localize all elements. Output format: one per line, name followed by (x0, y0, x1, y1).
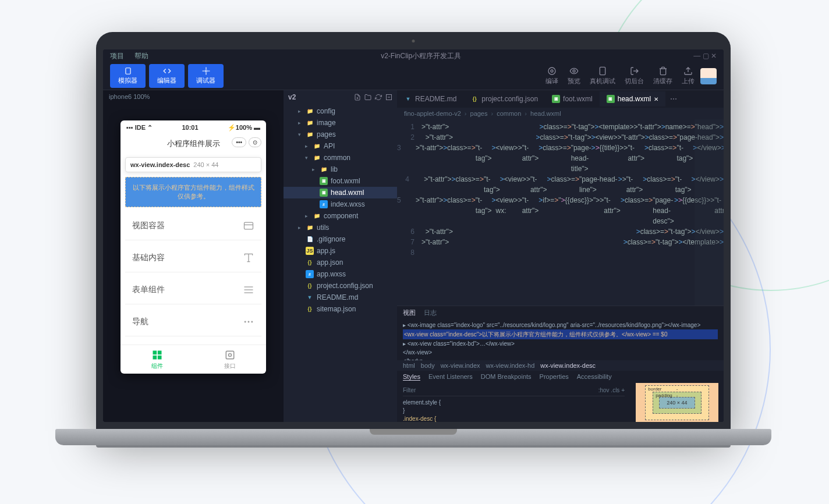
simulator-panel: iphone6 100% ▪▪▪ IDE ⌃ 10:01 ⚡100% ▬ 小程序… (103, 90, 284, 422)
action-预览[interactable]: 预览 (568, 66, 580, 86)
status-battery: ⚡100% ▬ (228, 124, 260, 132)
action-上传[interactable]: 上传 (682, 66, 695, 86)
card-item-1[interactable]: 基础内容 (125, 244, 261, 272)
devtools-tab-Styles[interactable]: Styles (403, 373, 420, 381)
code-area[interactable]: 1>"t-attr">>class>=>"t-tag">><template> … (397, 119, 724, 306)
tree-node-sitemap.json[interactable]: {}sitemap.json (284, 303, 397, 315)
tree-node-common[interactable]: ▾📁common (284, 152, 397, 164)
tree-node-utils[interactable]: ▸📁utils (284, 222, 397, 233)
action-清缓存[interactable]: 清缓存 (653, 66, 672, 86)
tree-node-lib[interactable]: ▸📁lib (284, 164, 397, 175)
editor-tab-head.wxml[interactable]: ▣head.wxml✕ (600, 91, 665, 107)
status-time: 10:01 (182, 124, 198, 132)
tree-node-app.json[interactable]: {}app.json (284, 257, 397, 268)
svg-rect-5 (600, 67, 605, 74)
tree-node-app.js[interactable]: JSapp.js (284, 245, 397, 257)
mode-button-2[interactable]: 调试器 (188, 64, 224, 88)
styles-filter-input[interactable]: Filter (403, 386, 416, 395)
elements-tree[interactable]: ▸ <wx-image class="index-logo" src="../r… (397, 320, 724, 360)
file-explorer: v2 ▸📁config▸📁image▾📁pages▸📁API▾📁common▸📁… (284, 90, 397, 422)
svg-rect-7 (245, 222, 253, 229)
window-title: v2-FinClip小程序开发工具 (381, 51, 461, 61)
menu-project[interactable]: 项目 (110, 51, 124, 61)
styles-filter-actions[interactable]: :hov .cls + (598, 386, 625, 395)
tab-api[interactable]: 接口 (193, 345, 266, 374)
refresh-icon[interactable] (375, 94, 382, 101)
devtools-panel: 视图日志 ▸ <wx-image class="index-logo" src=… (397, 306, 724, 422)
capsule-close-icon[interactable]: ⊙ (249, 137, 261, 147)
path-segment[interactable]: wx-view.index (441, 362, 480, 369)
card-item-2[interactable]: 表单组件 (125, 276, 261, 304)
styles-pane[interactable]: Filter :hov .cls + element.style {}.inde… (397, 383, 630, 422)
box-model: margin 10 border - padding - 240 × 4 (630, 383, 724, 422)
menu-bar: 项目 帮助 v2-FinClip小程序开发工具 — ▢ ✕ (103, 49, 724, 62)
svg-point-12 (245, 321, 246, 322)
devtools-tab-Accessibility[interactable]: Accessibility (577, 373, 612, 381)
svg-point-14 (251, 321, 253, 322)
tab-overflow-icon[interactable]: ⋯ (665, 95, 682, 103)
path-segment[interactable]: wx-view.index-desc (540, 362, 596, 369)
collapse-icon[interactable] (385, 94, 392, 101)
tree-node-foot.wxml[interactable]: ▣foot.wxml (284, 175, 397, 187)
path-segment[interactable]: wx-view.index-hd (486, 362, 535, 369)
tab-components[interactable]: 组件 (121, 345, 193, 374)
svg-rect-19 (226, 351, 233, 359)
new-folder-icon[interactable] (364, 94, 371, 101)
tree-node-API[interactable]: ▸📁API (284, 140, 397, 152)
path-segment[interactable]: body (421, 362, 435, 369)
tree-node-index.wxss[interactable]: #index.wxss (284, 198, 397, 210)
svg-point-1 (205, 70, 207, 72)
svg-point-2 (548, 68, 555, 74)
tree-node-image[interactable]: ▸📁image (284, 117, 397, 129)
close-tab-icon[interactable]: ✕ (654, 96, 658, 102)
user-avatar[interactable] (700, 68, 717, 84)
editor-tab-project.config.json[interactable]: {}project.config.json (463, 91, 545, 107)
toolbar: 模拟器编辑器调试器 编译预览真机调试切后台清缓存上传 (103, 62, 724, 90)
card-item-3[interactable]: 导航 (125, 308, 261, 336)
action-切后台[interactable]: 切后台 (625, 66, 644, 86)
new-file-icon[interactable] (354, 94, 361, 101)
editor-tab-README.md[interactable]: ▼README.md (397, 91, 463, 107)
devtools-tab-DOM Breakpoints[interactable]: DOM Breakpoints (481, 373, 532, 381)
ide-window: 项目 帮助 v2-FinClip小程序开发工具 — ▢ ✕ 模拟器编辑器调试器 … (103, 49, 724, 422)
path-segment[interactable]: html (403, 362, 415, 369)
tree-node-project.config.json[interactable]: {}project.config.json (284, 280, 397, 292)
mode-button-0[interactable]: 模拟器 (110, 64, 146, 88)
mode-button-1[interactable]: 编辑器 (149, 64, 185, 88)
devtools-mode-日志[interactable]: 日志 (424, 308, 437, 317)
svg-rect-15 (153, 350, 157, 354)
editor-tab-foot.wxml[interactable]: ▣foot.wxml (545, 91, 600, 107)
selected-element[interactable]: 以下将展示小程序官方组件能力，组件样式仅供参考。 (125, 177, 261, 207)
svg-rect-18 (157, 355, 161, 359)
phone-simulator[interactable]: ▪▪▪ IDE ⌃ 10:01 ⚡100% ▬ 小程序组件展示 •••⊙ wx-… (121, 120, 266, 374)
devtools-mode-视图[interactable]: 视图 (403, 308, 416, 317)
status-carrier: ▪▪▪ IDE ⌃ (126, 124, 153, 132)
tree-node-pages[interactable]: ▾📁pages (284, 129, 397, 140)
simulator-device-label: iphone6 100% (103, 90, 284, 103)
breadcrumb[interactable]: fino-applet-demo-v2›pages›common›head.wx… (397, 108, 724, 119)
devtools-tab-Properties[interactable]: Properties (540, 373, 569, 381)
svg-point-13 (248, 321, 249, 322)
tree-node-README.md[interactable]: ▼README.md (284, 292, 397, 303)
dom-path[interactable]: htmlbodywx-view.indexwx-view.index-hdwx-… (397, 360, 724, 371)
explorer-root[interactable]: v2 (288, 93, 296, 101)
tree-node-component[interactable]: ▸📁component (284, 210, 397, 222)
tree-node-config[interactable]: ▸📁config (284, 105, 397, 117)
action-编译[interactable]: 编译 (545, 66, 558, 86)
devtools-tab-Event Listeners[interactable]: Event Listeners (428, 373, 473, 381)
svg-rect-16 (157, 350, 161, 354)
code-editor: ▼README.md{}project.config.json▣foot.wxm… (397, 90, 724, 422)
tree-node-app.wxss[interactable]: #app.wxss (284, 268, 397, 280)
svg-point-4 (573, 70, 575, 72)
card-item-0[interactable]: 视图容器 (125, 212, 261, 240)
tree-node-.gitignore[interactable]: 📄.gitignore (284, 233, 397, 245)
inspector-tooltip: wx-view.index-desc240 × 44 (125, 157, 261, 172)
minimap[interactable] (695, 119, 724, 306)
capsule-menu-icon[interactable]: ••• (232, 137, 246, 147)
tree-node-head.wxml[interactable]: ▣head.wxml (284, 187, 397, 198)
svg-point-20 (228, 353, 231, 356)
menu-help[interactable]: 帮助 (134, 51, 148, 61)
action-真机调试[interactable]: 真机调试 (590, 66, 615, 86)
svg-rect-17 (153, 355, 157, 359)
window-controls[interactable]: — ▢ ✕ (693, 52, 717, 60)
